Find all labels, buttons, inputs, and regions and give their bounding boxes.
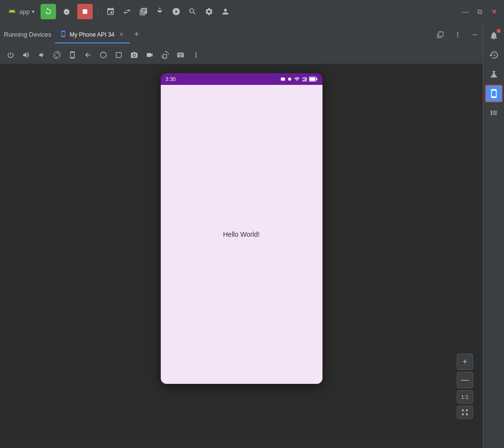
svg-point-13	[490, 114, 492, 115]
volume-up-icon[interactable]	[19, 48, 33, 62]
run-history-icon[interactable]	[485, 46, 503, 64]
zoom-controls: + — 1:1	[457, 353, 473, 419]
restore-down-icon[interactable]	[433, 27, 448, 42]
zoom-in-button[interactable]: +	[457, 353, 473, 370]
phone-frame: 3:30	[161, 73, 322, 384]
notification-bell-icon[interactable]	[485, 27, 503, 44]
rotate-portrait-icon[interactable]	[50, 48, 64, 62]
debug-button[interactable]	[59, 4, 74, 19]
battery-icon	[309, 76, 318, 82]
svg-rect-7	[306, 78, 307, 81]
search-icon[interactable]	[185, 4, 200, 19]
settings-icon[interactable]	[201, 4, 217, 19]
record-icon[interactable]	[143, 48, 156, 62]
structure-icon[interactable]	[485, 104, 503, 122]
status-time: 3:30	[166, 76, 176, 82]
screen-rotate-icon[interactable]	[158, 48, 172, 62]
svg-rect-10	[316, 78, 317, 81]
header-row: Running Devices My Phone API 34 ✕ +	[0, 23, 483, 46]
svg-point-3	[288, 78, 291, 81]
separator	[98, 6, 98, 17]
device-toolbar	[0, 46, 483, 64]
zoom-out-button[interactable]: —	[457, 372, 473, 388]
phone-status-bar: 3:30	[161, 73, 322, 85]
tab-phone-icon	[60, 30, 67, 39]
device-tab[interactable]: My Phone API 34 ✕	[55, 26, 130, 43]
title-bar: app ▾	[0, 0, 504, 23]
signal-icon	[302, 76, 308, 82]
tab-label: My Phone API 34	[70, 31, 114, 38]
notification-badge	[497, 29, 501, 33]
right-sidebar	[483, 23, 504, 448]
test-icon[interactable]	[485, 66, 503, 83]
status-icons	[280, 76, 318, 82]
panel-options-icon[interactable]	[450, 27, 465, 42]
sim-icon	[280, 76, 286, 82]
svg-rect-2	[116, 52, 122, 57]
app-label: app	[19, 8, 30, 15]
svg-rect-9	[309, 78, 315, 81]
recents-icon[interactable]	[112, 48, 126, 62]
add-tab-button[interactable]: +	[130, 28, 143, 41]
volume-down-icon[interactable]	[35, 48, 48, 62]
minimize-button[interactable]: —	[460, 6, 471, 17]
window-controls: — ⧉ ✕	[460, 6, 500, 17]
home-icon[interactable]	[97, 48, 110, 62]
svg-rect-0	[83, 9, 87, 14]
tab-bar-right	[433, 27, 483, 42]
insect-icon[interactable]	[152, 4, 168, 19]
notification-dot-icon	[287, 77, 292, 81]
more-icon[interactable]	[189, 48, 203, 62]
tab-close-button[interactable]: ✕	[117, 31, 125, 39]
app-dropdown-arrow: ▾	[32, 9, 35, 15]
close-button[interactable]: ✕	[489, 6, 500, 17]
main-area: Running Devices My Phone API 34 ✕ +	[0, 23, 504, 448]
build-icon[interactable]	[103, 4, 118, 19]
maximize-button[interactable]: ⧉	[474, 6, 486, 17]
svg-rect-6	[305, 79, 306, 81]
account-icon[interactable]	[218, 4, 233, 19]
power-icon[interactable]	[4, 48, 17, 62]
stream-icon[interactable]	[136, 4, 151, 19]
zoom-fit-button[interactable]	[457, 406, 473, 419]
svg-point-15	[490, 112, 492, 113]
phone-screen: Hello World!	[161, 85, 322, 384]
svg-point-1	[100, 52, 106, 58]
android-icon	[7, 6, 17, 17]
stop-button[interactable]	[77, 4, 93, 19]
app-dropdown[interactable]: app ▾	[4, 4, 38, 19]
device-mirror-icon[interactable]	[485, 85, 503, 102]
running-devices-label: Running Devices	[0, 31, 55, 38]
back-icon[interactable]	[81, 48, 95, 62]
profile-run-icon[interactable]	[168, 4, 184, 19]
camera-icon[interactable]	[127, 48, 141, 62]
device-panel: Running Devices My Phone API 34 ✕ +	[0, 23, 483, 448]
keyboard-icon[interactable]	[174, 48, 187, 62]
transfer-icon[interactable]	[119, 4, 135, 19]
device-screen-area: 3:30	[0, 64, 483, 448]
wifi-icon	[294, 76, 300, 82]
fold-icon[interactable]	[66, 48, 79, 62]
svg-point-11	[490, 110, 492, 112]
svg-rect-5	[303, 80, 304, 81]
run-button[interactable]	[41, 4, 56, 19]
svg-rect-4	[302, 81, 303, 81]
zoom-ratio-label: 1:1	[457, 390, 473, 404]
collapse-icon[interactable]	[467, 27, 483, 42]
hello-world-text: Hello World!	[223, 231, 260, 238]
toolbar-icons	[103, 4, 457, 19]
